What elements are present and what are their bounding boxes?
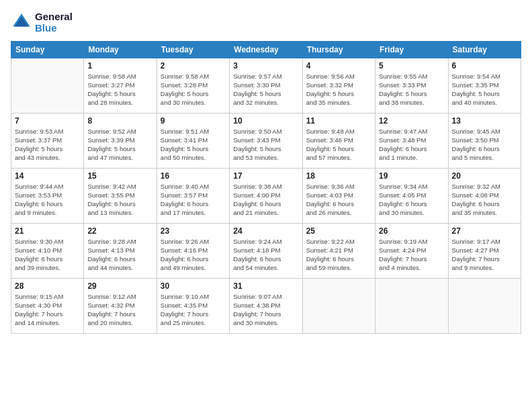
sunset-text: Sunset: 4:05 PM xyxy=(379,191,444,199)
daylight-minutes: and 32 minutes. xyxy=(233,98,298,107)
day-number: 1 xyxy=(87,61,152,71)
day-info: Sunrise: 9:50 AMSunset: 3:43 PMDaylight:… xyxy=(233,127,298,163)
weekday-header-wednesday: Wednesday xyxy=(230,41,302,58)
daylight-hours: Daylight: 5 hours xyxy=(161,89,226,98)
sunset-text: Sunset: 3:33 PM xyxy=(379,81,444,89)
sunrise-text: Sunrise: 9:12 AM xyxy=(87,292,152,301)
daylight-minutes: and 28 minutes. xyxy=(87,98,152,107)
day-info: Sunrise: 9:36 AMSunset: 4:03 PMDaylight:… xyxy=(306,182,371,218)
calendar-cell: 14Sunrise: 9:44 AMSunset: 3:53 PMDayligh… xyxy=(11,168,84,223)
daylight-minutes: and 57 minutes. xyxy=(306,153,371,162)
day-number: 19 xyxy=(379,171,444,181)
logo-text: General Blue xyxy=(35,11,73,34)
day-number: 29 xyxy=(87,281,152,291)
day-number: 7 xyxy=(15,116,80,126)
sunset-text: Sunset: 4:13 PM xyxy=(87,246,152,255)
daylight-hours: Daylight: 6 hours xyxy=(306,255,371,263)
calendar-cell xyxy=(375,278,448,333)
daylight-hours: Daylight: 7 hours xyxy=(87,310,152,318)
page: General Blue SundayMondayTuesdayWednesda… xyxy=(0,0,532,411)
daylight-minutes: and 54 minutes. xyxy=(233,263,298,272)
day-number: 9 xyxy=(161,116,226,126)
day-info: Sunrise: 9:51 AMSunset: 3:41 PMDaylight:… xyxy=(161,127,226,163)
day-number: 17 xyxy=(233,171,298,181)
daylight-hours: Daylight: 5 hours xyxy=(15,144,80,153)
sunset-text: Sunset: 3:50 PM xyxy=(452,136,517,144)
week-row-1: 1Sunrise: 9:58 AMSunset: 3:27 PMDaylight… xyxy=(11,58,521,113)
calendar-cell: 13Sunrise: 9:45 AMSunset: 3:50 PMDayligh… xyxy=(448,113,521,168)
day-number: 20 xyxy=(452,171,517,181)
sunrise-text: Sunrise: 9:10 AM xyxy=(161,292,226,301)
sunset-text: Sunset: 3:48 PM xyxy=(379,136,444,144)
day-info: Sunrise: 9:53 AMSunset: 3:37 PMDaylight:… xyxy=(15,127,80,163)
day-number: 31 xyxy=(233,281,298,291)
week-row-5: 28Sunrise: 9:15 AMSunset: 4:30 PMDayligh… xyxy=(11,278,521,333)
sunset-text: Sunset: 3:55 PM xyxy=(87,191,152,199)
sunrise-text: Sunrise: 9:58 AM xyxy=(161,72,226,81)
sunset-text: Sunset: 4:27 PM xyxy=(452,246,517,255)
day-info: Sunrise: 9:57 AMSunset: 3:30 PMDaylight:… xyxy=(233,72,298,107)
daylight-hours: Daylight: 7 hours xyxy=(233,310,298,318)
sunrise-text: Sunrise: 9:51 AM xyxy=(161,127,226,136)
daylight-hours: Daylight: 5 hours xyxy=(306,89,371,98)
sunset-text: Sunset: 3:57 PM xyxy=(161,191,226,199)
daylight-minutes: and 35 minutes. xyxy=(306,98,371,107)
daylight-hours: Daylight: 6 hours xyxy=(15,255,80,263)
daylight-minutes: and 39 minutes. xyxy=(15,263,80,272)
daylight-minutes: and 59 minutes. xyxy=(306,263,371,272)
day-number: 23 xyxy=(161,226,226,236)
calendar-cell: 28Sunrise: 9:15 AMSunset: 4:30 PMDayligh… xyxy=(11,278,84,333)
daylight-hours: Daylight: 6 hours xyxy=(379,199,444,208)
daylight-minutes: and 5 minutes. xyxy=(452,153,517,162)
sunrise-text: Sunrise: 9:34 AM xyxy=(379,182,444,191)
daylight-hours: Daylight: 6 hours xyxy=(379,144,444,153)
daylight-minutes: and 35 minutes. xyxy=(452,208,517,217)
day-number: 14 xyxy=(15,171,80,181)
calendar-cell: 21Sunrise: 9:30 AMSunset: 4:10 PMDayligh… xyxy=(11,223,84,278)
day-number: 25 xyxy=(306,226,371,236)
day-number: 21 xyxy=(15,226,80,236)
calendar-cell: 30Sunrise: 9:10 AMSunset: 4:35 PMDayligh… xyxy=(157,278,229,333)
sunset-text: Sunset: 3:37 PM xyxy=(15,136,80,144)
daylight-minutes: and 21 minutes. xyxy=(233,208,298,217)
sunset-text: Sunset: 4:32 PM xyxy=(87,301,152,310)
sunrise-text: Sunrise: 9:40 AM xyxy=(161,182,226,191)
sunrise-text: Sunrise: 9:44 AM xyxy=(15,182,80,191)
daylight-minutes: and 13 minutes. xyxy=(87,208,152,217)
calendar-cell: 5Sunrise: 9:55 AMSunset: 3:33 PMDaylight… xyxy=(375,58,448,113)
day-info: Sunrise: 9:44 AMSunset: 3:53 PMDaylight:… xyxy=(15,182,80,218)
sunrise-text: Sunrise: 9:50 AM xyxy=(233,127,298,136)
sunrise-text: Sunrise: 9:26 AM xyxy=(161,237,226,246)
sunrise-text: Sunrise: 9:38 AM xyxy=(233,182,298,191)
day-number: 2 xyxy=(161,61,226,71)
calendar-cell: 24Sunrise: 9:24 AMSunset: 4:18 PMDayligh… xyxy=(230,223,302,278)
sunrise-text: Sunrise: 9:24 AM xyxy=(233,237,298,246)
day-info: Sunrise: 9:24 AMSunset: 4:18 PMDaylight:… xyxy=(233,237,298,273)
calendar-cell: 10Sunrise: 9:50 AMSunset: 3:43 PMDayligh… xyxy=(230,113,302,168)
daylight-hours: Daylight: 6 hours xyxy=(452,199,517,208)
sunset-text: Sunset: 4:24 PM xyxy=(379,246,444,255)
weekday-header-saturday: Saturday xyxy=(448,41,521,58)
day-number: 11 xyxy=(306,116,371,126)
calendar-cell: 6Sunrise: 9:54 AMSunset: 3:35 PMDaylight… xyxy=(448,58,521,113)
daylight-minutes: and 44 minutes. xyxy=(87,263,152,272)
daylight-minutes: and 4 minutes. xyxy=(379,263,444,272)
daylight-minutes: and 38 minutes. xyxy=(379,98,444,107)
day-number: 10 xyxy=(233,116,298,126)
daylight-hours: Daylight: 7 hours xyxy=(379,255,444,263)
daylight-minutes: and 49 minutes. xyxy=(161,263,226,272)
sunset-text: Sunset: 4:03 PM xyxy=(306,191,371,199)
daylight-minutes: and 20 minutes. xyxy=(87,318,152,327)
calendar-cell: 9Sunrise: 9:51 AMSunset: 3:41 PMDaylight… xyxy=(157,113,229,168)
day-number: 22 xyxy=(87,226,152,236)
logo-icon xyxy=(11,11,32,33)
sunset-text: Sunset: 4:16 PM xyxy=(161,246,226,255)
week-row-4: 21Sunrise: 9:30 AMSunset: 4:10 PMDayligh… xyxy=(11,223,521,278)
weekday-header-monday: Monday xyxy=(84,41,157,58)
day-number: 13 xyxy=(452,116,517,126)
calendar-cell: 27Sunrise: 9:17 AMSunset: 4:27 PMDayligh… xyxy=(448,223,521,278)
day-info: Sunrise: 9:26 AMSunset: 4:16 PMDaylight:… xyxy=(161,237,226,273)
calendar-cell: 25Sunrise: 9:22 AMSunset: 4:21 PMDayligh… xyxy=(302,223,375,278)
week-row-2: 7Sunrise: 9:53 AMSunset: 3:37 PMDaylight… xyxy=(11,113,521,168)
daylight-hours: Daylight: 7 hours xyxy=(15,310,80,318)
